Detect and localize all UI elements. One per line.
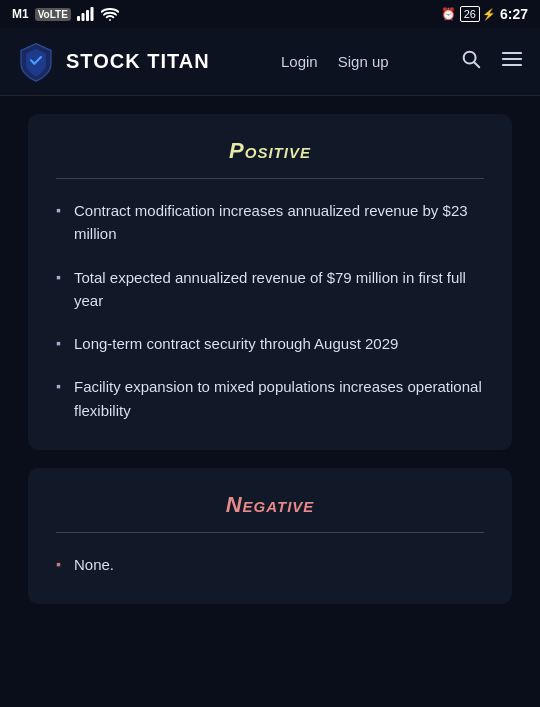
- time-display: 6:27: [500, 6, 528, 22]
- signup-link[interactable]: Sign up: [338, 53, 389, 70]
- positive-card: Positive Contract modification increases…: [28, 114, 512, 450]
- login-link[interactable]: Login: [281, 53, 318, 70]
- logo-area: STOCK TITAN: [16, 42, 210, 82]
- negative-divider: [56, 532, 484, 533]
- nav-links: Login Sign up: [281, 53, 389, 70]
- negative-bullet-list: None.: [56, 553, 484, 576]
- positive-bullet-list: Contract modification increases annualiz…: [56, 199, 484, 422]
- list-item: None.: [56, 553, 484, 576]
- battery-indicator: 26 ⚡: [460, 6, 496, 22]
- search-icon: [460, 48, 482, 70]
- signal-icon: [77, 7, 95, 21]
- status-left: M1 VoLTE: [12, 7, 119, 21]
- hamburger-icon: [500, 47, 524, 71]
- carrier-label: M1: [12, 7, 29, 21]
- list-item: Total expected annualized revenue of $79…: [56, 266, 484, 313]
- status-right: ⏰ 26 ⚡ 6:27: [441, 6, 528, 22]
- volte-badge: VoLTE: [35, 8, 71, 21]
- positive-divider: [56, 178, 484, 179]
- svg-point-4: [109, 19, 111, 21]
- wifi-icon: [101, 7, 119, 21]
- main-content: Positive Contract modification increases…: [0, 114, 540, 604]
- svg-rect-1: [81, 13, 84, 21]
- logo-icon: [16, 42, 56, 82]
- status-bar: M1 VoLTE ⏰ 26 ⚡ 6:27: [0, 0, 540, 28]
- positive-title: Positive: [56, 138, 484, 164]
- svg-rect-3: [90, 7, 93, 21]
- svg-rect-0: [77, 16, 80, 21]
- svg-line-6: [474, 62, 479, 67]
- svg-rect-2: [86, 10, 89, 21]
- search-button[interactable]: [460, 48, 482, 75]
- list-item: Facility expansion to mixed populations …: [56, 375, 484, 422]
- list-item: Contract modification increases annualiz…: [56, 199, 484, 246]
- menu-button[interactable]: [500, 47, 524, 76]
- negative-title: Negative: [56, 492, 484, 518]
- logo-text: STOCK TITAN: [66, 50, 210, 73]
- navbar: STOCK TITAN Login Sign up: [0, 28, 540, 96]
- nav-actions: [460, 47, 524, 76]
- alarm-icon: ⏰: [441, 7, 456, 21]
- list-item: Long-term contract security through Augu…: [56, 332, 484, 355]
- negative-card: Negative None.: [28, 468, 512, 604]
